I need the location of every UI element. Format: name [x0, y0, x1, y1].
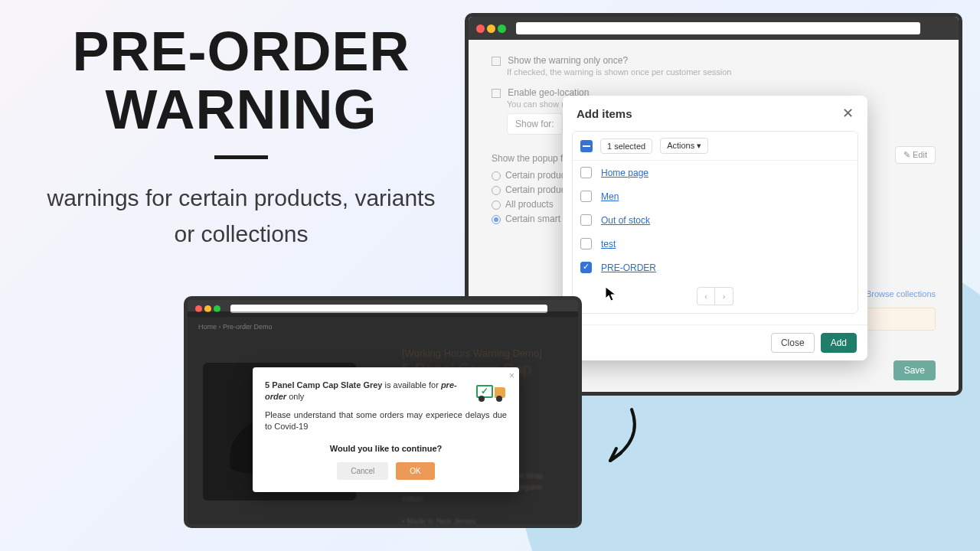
link-test[interactable]: test — [601, 239, 616, 249]
checkbox-pre-order[interactable] — [580, 262, 592, 273]
list-item: Home page — [573, 161, 858, 184]
hero-title: PRE-ORDER WARNING — [34, 23, 448, 139]
actions-dropdown[interactable]: Actions ▾ — [660, 138, 708, 154]
link-pre-order[interactable]: PRE-ORDER — [601, 262, 656, 273]
arrow-icon — [601, 406, 647, 474]
link-men[interactable]: Men — [601, 191, 619, 202]
modal-close-icon[interactable]: ✕ — [842, 106, 854, 120]
select-all-mixed-checkbox[interactable] — [580, 140, 593, 152]
pager-next[interactable]: › — [715, 287, 733, 305]
popup-product-name: 5 Panel Camp Cap Slate Grey — [265, 380, 382, 390]
close-dot[interactable] — [476, 24, 485, 33]
hero-divider — [214, 155, 268, 159]
modal-title: Add items — [577, 107, 632, 120]
max-dot[interactable] — [498, 24, 506, 33]
checkbox-out-of-stock[interactable] — [580, 214, 592, 226]
cursor-icon — [605, 286, 617, 303]
modal-close-button[interactable]: Close — [771, 333, 815, 353]
pager-prev[interactable]: ‹ — [697, 287, 715, 305]
truck-icon — [475, 378, 507, 403]
link-out-of-stock[interactable]: Out of stock — [601, 215, 650, 226]
selected-count: 1 selected — [600, 139, 652, 154]
checkbox-home-page[interactable] — [580, 167, 592, 178]
link-home-page[interactable]: Home page — [601, 168, 648, 178]
titlebar — [469, 17, 959, 40]
popup-ok-button[interactable]: OK — [396, 462, 434, 480]
hero: PRE-ORDER WARNING warnings for certain p… — [34, 23, 448, 252]
popup-line2: Please understand that some orders may e… — [265, 409, 507, 433]
checkbox-test[interactable] — [580, 238, 592, 249]
popup-question: Would you like to continue? — [265, 444, 507, 453]
url-bar[interactable] — [516, 22, 920, 34]
add-items-modal: Add items ✕ 1 selected Actions ▾ Home pa… — [563, 96, 867, 360]
list-item: test — [573, 232, 858, 256]
popup-cancel-button[interactable]: Cancel — [337, 462, 388, 480]
storefront-window: Home › Pre-order Demo [Working Hours War… — [184, 296, 582, 528]
modal-add-button[interactable]: Add — [821, 333, 857, 353]
popup-close-icon[interactable]: × — [509, 370, 514, 381]
hero-subtitle: warnings for certain products, variants … — [34, 181, 448, 252]
list-item: Out of stock — [573, 208, 858, 232]
list-item: Men — [573, 184, 858, 208]
list-item: PRE-ORDER — [573, 256, 858, 279]
preorder-warning-modal: × 5 Panel Camp Cap Slate Grey is availab… — [253, 367, 519, 492]
min-dot[interactable] — [487, 24, 495, 33]
checkbox-men[interactable] — [580, 191, 592, 202]
